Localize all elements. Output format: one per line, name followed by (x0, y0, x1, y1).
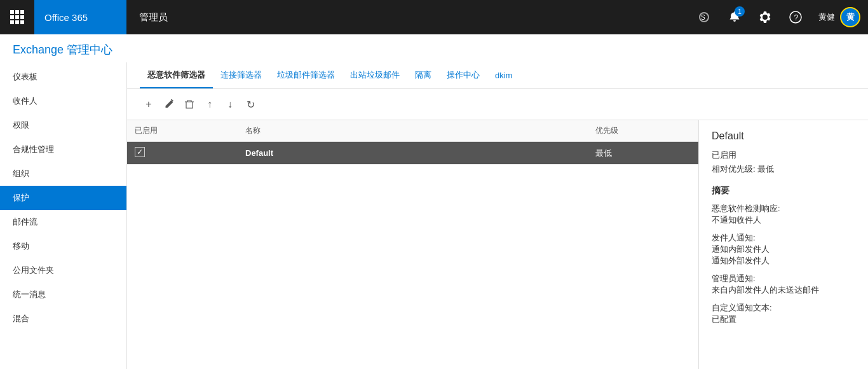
edit-icon (164, 99, 174, 109)
detail-panel: Default 已启用 相对优先级: 最低 摘要 恶意软件检测响应: 不通知收件… (699, 120, 868, 369)
col-header-enabled: 已启用 (127, 120, 238, 142)
detail-status: 已启用 (712, 150, 855, 161)
top-navigation: Office 365 管理员 S 1 ? (0, 0, 868, 34)
detail-field-admin: 管理员通知: 来自内部发件人的未送达邮件 (712, 273, 855, 296)
sidebar-item-mailflow[interactable]: 邮件流 (0, 210, 126, 234)
svg-text:?: ? (794, 13, 799, 22)
tab-spam[interactable]: 垃圾邮件筛选器 (269, 63, 342, 88)
sidebar-item-dashboard[interactable]: 仪表板 (0, 65, 126, 89)
gear-icon (759, 11, 771, 24)
cell-enabled (127, 142, 238, 165)
page-title: Exchange 管理中心 (13, 42, 855, 57)
data-table: 已启用 名称 优先级 Default 最低 (127, 120, 698, 165)
notifications-button[interactable]: 1 (719, 0, 750, 34)
sidebar-item-compliance[interactable]: 合规性管理 (0, 137, 126, 162)
detail-field-malware: 恶意软件检测响应: 不通知收件人 (712, 203, 855, 226)
sidebar-item-publicfolders[interactable]: 公用文件夹 (0, 258, 126, 282)
tab-malware[interactable]: 恶意软件筛选器 (140, 63, 213, 88)
checkbox-enabled (135, 147, 145, 157)
add-button[interactable]: + (140, 95, 158, 113)
detail-title: Default (712, 130, 855, 142)
detail-field-custom-label: 自定义通知文本: (712, 302, 855, 314)
sidebar-item-organization[interactable]: 组织 (0, 162, 126, 186)
table-area: 已启用 名称 优先级 Default 最低 (127, 120, 699, 369)
tab-navigation: 恶意软件筛选器 连接筛选器 垃圾邮件筛选器 出站垃圾邮件 隔离 操作中心 dki… (127, 62, 868, 89)
detail-priority: 相对优先级: 最低 (712, 164, 855, 175)
toolbar: + ↑ ↓ ↻ (127, 89, 868, 120)
detail-field-malware-value: 不通知收件人 (712, 214, 855, 226)
split-view: 已启用 名称 优先级 Default 最低 (127, 120, 868, 369)
move-down-button[interactable]: ↓ (221, 95, 239, 113)
sidebar-item-recipients[interactable]: 收件人 (0, 89, 126, 113)
cell-name: Default (238, 142, 588, 165)
detail-field-malware-label: 恶意软件检测响应: (712, 203, 855, 214)
sidebar-item-unified[interactable]: 统一消息 (0, 282, 126, 307)
detail-field-custom: 自定义通知文本: 已配置 (712, 302, 855, 325)
tab-quarantine[interactable]: 隔离 (407, 63, 439, 88)
tab-outbound[interactable]: 出站垃圾邮件 (342, 63, 407, 88)
user-menu[interactable]: 黄健 黄 (811, 0, 868, 34)
table-header-row: 已启用 名称 优先级 (127, 120, 698, 142)
move-up-button[interactable]: ↑ (201, 95, 219, 113)
detail-field-custom-value: 已配置 (712, 314, 855, 325)
help-button[interactable]: ? (780, 0, 811, 34)
table-row[interactable]: Default 最低 (127, 142, 698, 165)
brand-name[interactable]: Office 365 (34, 0, 126, 34)
waffle-menu[interactable] (0, 0, 34, 34)
detail-field-admin-value: 来自内部发件人的未送达邮件 (712, 284, 855, 296)
nav-right-actions: S 1 ? 黄健 黄 (689, 0, 868, 34)
edit-button[interactable] (160, 95, 178, 113)
user-name: 黄健 (818, 11, 835, 23)
tab-action[interactable]: 操作中心 (439, 63, 487, 88)
sidebar-item-permissions[interactable]: 权限 (0, 113, 126, 137)
detail-field-admin-label: 管理员通知: (712, 273, 855, 284)
main-layout: 仪表板 收件人 权限 合规性管理 组织 保护 邮件流 移动 公用文件夹 统一消息… (0, 62, 868, 369)
detail-field-sender: 发件人通知: 通知内部发件人 通知外部发件人 (712, 232, 855, 267)
svg-text:S: S (701, 14, 705, 21)
col-header-name: 名称 (238, 120, 588, 142)
tab-connection[interactable]: 连接筛选器 (213, 63, 269, 88)
help-icon: ? (789, 11, 802, 24)
avatar: 黄 (840, 7, 860, 27)
skype-button[interactable]: S (689, 0, 719, 34)
delete-button[interactable] (180, 95, 198, 113)
tab-dkim[interactable]: dkim (487, 64, 520, 88)
sidebar-item-protection[interactable]: 保护 (0, 186, 126, 210)
page-header: Exchange 管理中心 (0, 34, 868, 62)
settings-button[interactable] (750, 0, 780, 34)
refresh-button[interactable]: ↻ (241, 95, 259, 113)
detail-section-summary: 摘要 (712, 185, 855, 197)
sidebar-item-hybrid[interactable]: 混合 (0, 307, 126, 331)
skype-icon: S (698, 11, 710, 24)
waffle-icon (10, 10, 24, 24)
trash-icon (184, 99, 194, 109)
cell-priority: 最低 (588, 142, 698, 165)
sidebar-item-mobile[interactable]: 移动 (0, 234, 126, 258)
content-area: 恶意软件筛选器 连接筛选器 垃圾邮件筛选器 出站垃圾邮件 隔离 操作中心 dki… (127, 62, 868, 369)
sidebar: 仪表板 收件人 权限 合规性管理 组织 保护 邮件流 移动 公用文件夹 统一消息… (0, 62, 127, 369)
detail-field-sender-label: 发件人通知: (712, 232, 855, 244)
detail-field-sender-value: 通知内部发件人 通知外部发件人 (712, 244, 855, 267)
col-header-priority: 优先级 (588, 120, 698, 142)
notification-badge: 1 (735, 6, 745, 17)
nav-title: 管理员 (126, 11, 180, 24)
